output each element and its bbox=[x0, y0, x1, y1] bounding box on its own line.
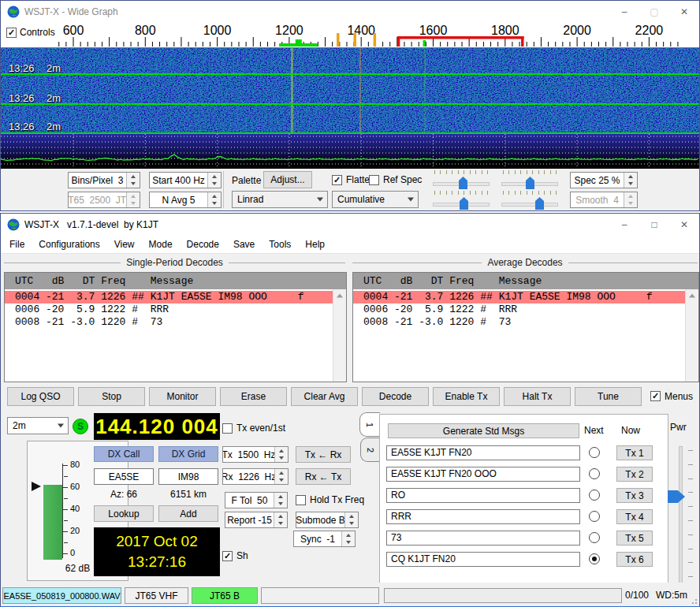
erase-button[interactable]: Erase bbox=[220, 387, 287, 406]
gain-slider-2[interactable] bbox=[501, 170, 558, 190]
menu-item-configurations[interactable]: Configurations bbox=[32, 236, 106, 252]
waterfall-display[interactable]: 13:262m13:262m13:262m bbox=[1, 48, 699, 132]
tab-2[interactable]: 2 bbox=[360, 438, 380, 462]
spectrum-display[interactable] bbox=[1, 132, 699, 169]
decode-row[interactable]: 0008 -21 -3.0 1220 # 73 bbox=[5, 316, 333, 329]
dx-call-field[interactable]: EA5SE bbox=[94, 468, 154, 485]
hold-tx-freq-checkbox[interactable]: Hold Tx Freq bbox=[296, 494, 364, 505]
dx-grid-button[interactable]: DX Grid bbox=[158, 446, 218, 462]
curve-combo[interactable]: Cumulative bbox=[332, 191, 419, 208]
slider-handle[interactable] bbox=[526, 177, 534, 189]
sh-checkbox[interactable]: ✓ Sh bbox=[222, 550, 248, 561]
generate-std-msgs-button[interactable]: Generate Std Msgs bbox=[388, 423, 579, 438]
next-radio-3[interactable] bbox=[589, 490, 600, 501]
menu-item-save[interactable]: Save bbox=[226, 236, 262, 252]
ref-spec-checkbox[interactable]: Ref Spec bbox=[369, 174, 422, 185]
scrollbar[interactable] bbox=[333, 289, 346, 382]
next-radio-6[interactable] bbox=[589, 553, 600, 564]
clear-avg-button[interactable]: Clear Avg bbox=[291, 387, 358, 406]
bins-pixel-spinner[interactable]: Bins/Pixel 3 bbox=[68, 172, 140, 188]
sync-spinner[interactable]: Sync -1 bbox=[293, 531, 356, 547]
scrollbar[interactable] bbox=[685, 289, 698, 382]
frequency-scale[interactable]: 6008001000120014001600180020002200 ✓ Con… bbox=[1, 22, 699, 48]
start-hz-spinner[interactable]: Start 400 Hz bbox=[149, 172, 222, 188]
pwr-slider-track[interactable] bbox=[679, 446, 683, 587]
single-period-decodes-panel[interactable]: UTC dB DT Freq Message 0004 -21 3.7 1226… bbox=[4, 272, 347, 382]
scroll-up-icon[interactable] bbox=[686, 291, 698, 300]
adjust-button[interactable]: Adjust... bbox=[263, 171, 312, 188]
lookup-button[interactable]: Lookup bbox=[94, 505, 154, 522]
tx3-now-button[interactable]: Tx 3 bbox=[616, 488, 653, 503]
minimize-icon[interactable]: – bbox=[609, 1, 639, 22]
menu-item-tools[interactable]: Tools bbox=[262, 236, 298, 252]
tx-message-field-6[interactable]: CQ K1JT FN20 bbox=[386, 552, 580, 567]
menu-item-help[interactable]: Help bbox=[298, 236, 332, 252]
submode-spinner[interactable]: Submode B bbox=[296, 512, 359, 528]
stop-button[interactable]: Stop bbox=[78, 387, 145, 406]
close-icon[interactable]: ✕ bbox=[669, 214, 699, 235]
tune-button[interactable]: Tune bbox=[575, 387, 642, 406]
gain-slider-3[interactable] bbox=[433, 191, 490, 210]
monitor-button[interactable]: Monitor bbox=[149, 387, 216, 406]
tx-message-field-2[interactable]: EA5SE K1JT FN20 OOO bbox=[386, 467, 580, 482]
menu-item-view[interactable]: View bbox=[107, 236, 142, 252]
gain-slider-4[interactable] bbox=[501, 191, 558, 210]
add-button[interactable]: Add bbox=[158, 505, 218, 522]
menu-item-file[interactable]: File bbox=[2, 236, 32, 252]
tx-message-field-4[interactable]: RRR bbox=[386, 509, 580, 524]
next-radio-4[interactable] bbox=[589, 511, 600, 522]
decode-row[interactable]: 0006 -20 5.9 1222 # RRR bbox=[5, 304, 333, 316]
checkbox-box[interactable]: ✓ bbox=[650, 391, 661, 401]
tx-even-checkbox[interactable]: Tx even/1st bbox=[222, 423, 285, 434]
halt-tx-button[interactable]: Halt Tx bbox=[504, 387, 571, 406]
n-avg-spinner[interactable]: N Avg 5 bbox=[149, 192, 222, 208]
report-spinner[interactable]: Report -15 bbox=[225, 512, 288, 528]
close-icon[interactable]: ✕ bbox=[669, 1, 699, 22]
slider-handle[interactable] bbox=[459, 177, 467, 189]
f-tol-spinner[interactable]: F Tol 50 bbox=[225, 492, 288, 508]
tx5-now-button[interactable]: Tx 5 bbox=[616, 531, 653, 546]
tx-message-field-3[interactable]: RO bbox=[386, 488, 580, 503]
decode-row[interactable]: 0008 -21 -3.0 1220 # 73 bbox=[353, 316, 686, 329]
enable-tx-button[interactable]: Enable Tx bbox=[433, 387, 500, 406]
maximize-icon[interactable]: ▢ bbox=[639, 1, 669, 22]
checkbox-box[interactable]: ✓ bbox=[6, 28, 17, 38]
rx-freq-spinner[interactable]: Rx 1226 Hz bbox=[222, 468, 289, 485]
next-radio-5[interactable] bbox=[589, 532, 600, 543]
slider-handle[interactable] bbox=[460, 197, 468, 210]
menu-item-mode[interactable]: Mode bbox=[142, 236, 180, 252]
palette-combo[interactable]: Linrad bbox=[232, 191, 328, 208]
menu-item-decode[interactable]: Decode bbox=[180, 236, 226, 252]
average-decodes-panel[interactable]: UTC dB DT Freq Message 0004 -21 3.7 1226… bbox=[352, 272, 699, 382]
tx-message-field-5[interactable]: 73 bbox=[386, 531, 580, 546]
menus-checkbox[interactable]: ✓Menus bbox=[650, 391, 693, 402]
spec-spinner[interactable]: Spec 25 % bbox=[570, 172, 638, 188]
tab-1[interactable]: 1 bbox=[359, 412, 380, 437]
rx-from-tx-button[interactable]: Rx ← Tx bbox=[296, 468, 351, 485]
decode-button[interactable]: Decode bbox=[362, 387, 429, 406]
tx-message-field-1[interactable]: EA5SE K1JT FN20 bbox=[386, 445, 580, 460]
scroll-up-icon[interactable] bbox=[333, 291, 346, 300]
minimize-icon[interactable]: – bbox=[609, 214, 639, 235]
tx2-now-button[interactable]: Tx 2 bbox=[616, 467, 653, 482]
decode-row[interactable]: 0004 -21 3.7 1226 ## K1JT EA5SE IM98 OOO… bbox=[5, 291, 333, 304]
maximize-icon[interactable]: □ bbox=[639, 214, 669, 235]
tx-from-rx-button[interactable]: Tx ← Rx bbox=[296, 446, 351, 463]
next-radio-1[interactable] bbox=[589, 447, 600, 458]
gain-slider-1[interactable] bbox=[433, 170, 490, 190]
tx1-now-button[interactable]: Tx 1 bbox=[616, 445, 653, 460]
band-combo[interactable]: 2m bbox=[7, 417, 69, 434]
slider-track[interactable] bbox=[501, 203, 558, 207]
tx4-now-button[interactable]: Tx 4 bbox=[616, 509, 653, 524]
resize-grip[interactable] bbox=[689, 596, 697, 604]
slider-handle[interactable] bbox=[535, 197, 544, 210]
tx6-now-button[interactable]: Tx 6 bbox=[616, 552, 653, 567]
controls-checkbox[interactable]: ✓ Controls bbox=[3, 26, 58, 39]
tx-freq-spinner[interactable]: Tx 1500 Hz bbox=[222, 446, 289, 463]
log-qso-button[interactable]: Log QSO bbox=[7, 387, 74, 406]
decode-row[interactable]: 0004 -21 3.7 1226 ## K1JT EA5SE IM98 OOO… bbox=[353, 291, 686, 304]
dx-call-button[interactable]: DX Call bbox=[94, 446, 154, 462]
next-radio-2[interactable] bbox=[589, 468, 600, 479]
dx-grid-field[interactable]: IM98 bbox=[158, 468, 218, 485]
decode-row[interactable]: 0006 -20 5.9 1222 # RRR bbox=[353, 304, 686, 316]
